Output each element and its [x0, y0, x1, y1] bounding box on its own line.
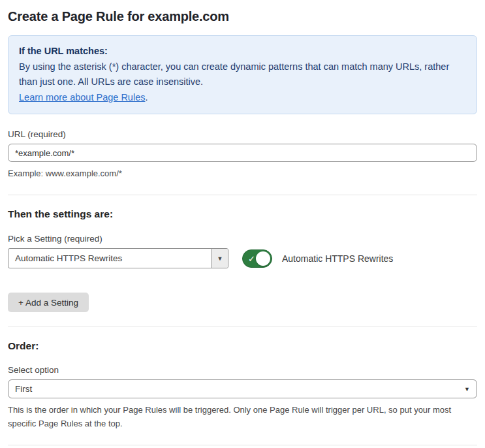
- url-input[interactable]: [8, 144, 477, 162]
- info-box-heading: If the URL matches:: [19, 44, 466, 59]
- order-helper-text: This is the order in which your Page Rul…: [8, 403, 477, 430]
- divider: [8, 327, 477, 327]
- page-title: Create a Page Rule for example.com: [8, 9, 477, 24]
- order-select-value: First: [15, 384, 32, 394]
- order-select-label: Select option: [8, 365, 477, 375]
- toggle-label: Automatic HTTPS Rewrites: [282, 253, 393, 264]
- toggle-wrap: ✓ Automatic HTTPS Rewrites: [242, 249, 393, 268]
- url-field-label: URL (required): [8, 129, 477, 139]
- settings-section-heading: Then the settings are:: [8, 208, 477, 220]
- setting-row: Automatic HTTPS Rewrites ▼ ✓ Automatic H…: [8, 248, 477, 268]
- info-box-body: By using the asterisk (*) character, you…: [19, 59, 466, 90]
- setting-picker-select[interactable]: Automatic HTTPS Rewrites ▼: [8, 248, 228, 268]
- link-suffix-period: .: [145, 92, 148, 103]
- pick-setting-label: Pick a Setting (required): [8, 234, 477, 244]
- chevron-down-icon: ▼: [464, 386, 470, 392]
- setting-toggle[interactable]: ✓: [242, 249, 272, 268]
- order-select[interactable]: First ▼: [8, 379, 477, 398]
- check-icon: ✓: [248, 253, 255, 263]
- info-box-link-line: Learn more about Page Rules.: [19, 90, 466, 106]
- add-setting-button[interactable]: + Add a Setting: [8, 293, 89, 312]
- divider: [8, 195, 477, 195]
- order-section-heading: Order:: [8, 340, 477, 352]
- setting-picker-value: Automatic HTTPS Rewrites: [8, 249, 211, 268]
- chevron-down-icon[interactable]: ▼: [211, 249, 228, 268]
- url-match-info-box: If the URL matches: By using the asteris…: [8, 35, 477, 114]
- divider: [8, 445, 477, 445]
- url-helper-text: Example: www.example.com/*: [8, 167, 477, 180]
- learn-more-link[interactable]: Learn more about Page Rules: [19, 92, 145, 103]
- toggle-knob: [256, 251, 270, 266]
